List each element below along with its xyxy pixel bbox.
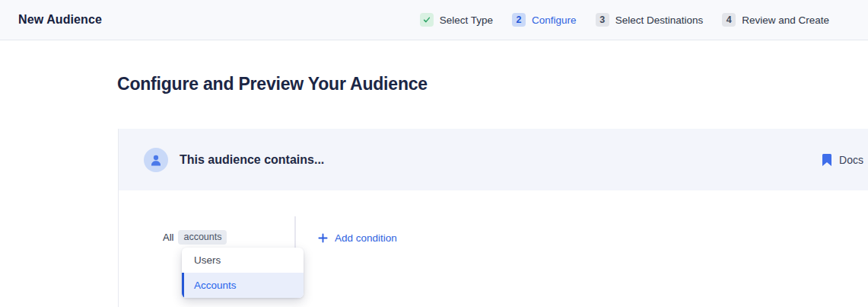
step-label: Configure — [532, 14, 577, 26]
step-complete-badge — [420, 13, 434, 27]
entity-type-dropdown: Users Accounts — [182, 248, 304, 298]
topbar: New Audience Select Type 2 Configure 3 S… — [0, 0, 868, 40]
page-title: New Audience — [18, 13, 102, 27]
avatar — [144, 148, 168, 172]
docs-link[interactable]: Docs — [822, 154, 863, 166]
audience-panel-header: This audience contains... Docs — [119, 129, 868, 190]
condition-builder: All accounts Add condition Users Account… — [119, 190, 868, 307]
dropdown-option-users[interactable]: Users — [182, 248, 304, 273]
check-icon — [422, 15, 431, 24]
condition-prefix-label: All — [163, 232, 173, 243]
entity-type-pill[interactable]: accounts — [178, 230, 227, 245]
add-condition-label: Add condition — [335, 232, 397, 244]
step-label: Select Type — [440, 14, 493, 26]
audience-panel: This audience contains... Docs All accou… — [118, 129, 868, 307]
step-number-badge: 3 — [596, 13, 609, 27]
condition-root-row: All accounts — [163, 230, 227, 245]
step-number-badge: 4 — [722, 13, 736, 27]
panel-title: This audience contains... — [180, 153, 324, 167]
step-label: Select Destinations — [615, 14, 704, 26]
dropdown-option-accounts[interactable]: Accounts — [182, 273, 304, 298]
add-condition-button[interactable]: Add condition — [318, 232, 397, 244]
step-select-destinations[interactable]: 3 Select Destinations — [596, 13, 704, 27]
plus-icon — [318, 233, 328, 243]
step-label: Review and Create — [742, 14, 829, 26]
section-heading: Configure and Preview Your Audience — [117, 74, 868, 94]
person-icon — [149, 153, 163, 167]
step-select-type[interactable]: Select Type — [420, 13, 493, 27]
docs-label: Docs — [839, 154, 863, 166]
step-number-badge: 2 — [512, 13, 526, 27]
stepper: Select Type 2 Configure 3 Select Destina… — [420, 13, 829, 27]
step-configure[interactable]: 2 Configure — [512, 13, 577, 27]
step-review-and-create[interactable]: 4 Review and Create — [722, 13, 829, 27]
bookmark-icon — [822, 154, 831, 166]
